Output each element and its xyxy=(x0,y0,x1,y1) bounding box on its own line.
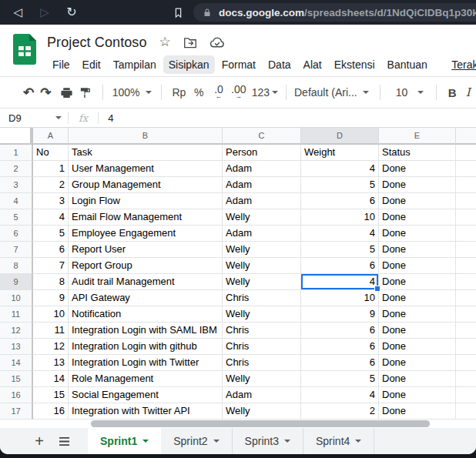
column-header-B[interactable]: B xyxy=(69,128,223,145)
cell[interactable]: Done xyxy=(379,209,456,226)
cell[interactable]: 6 xyxy=(301,193,379,209)
cell[interactable]: Chris xyxy=(223,290,301,306)
cell[interactable] xyxy=(456,258,476,274)
column-header-C[interactable]: C xyxy=(223,128,301,145)
font-size-select[interactable]: 10 xyxy=(388,86,428,99)
undo-button[interactable]: ↶ xyxy=(23,85,40,101)
cell[interactable]: 1 xyxy=(33,161,69,177)
cell[interactable]: Adam xyxy=(223,193,301,209)
cell[interactable]: Weight xyxy=(301,145,379,161)
bookmark-icon[interactable] xyxy=(173,6,184,19)
cell[interactable]: User Management xyxy=(69,161,223,177)
row-header-3[interactable]: 3 xyxy=(0,177,33,193)
cell[interactable] xyxy=(456,387,476,403)
menu-edit[interactable]: Edit xyxy=(77,55,106,74)
currency-format-button[interactable]: Rp xyxy=(169,86,189,99)
cell[interactable]: API Gateway xyxy=(69,290,223,306)
zoom-select[interactable]: 100% xyxy=(112,86,152,99)
cell[interactable]: Login Flow xyxy=(69,193,223,209)
cell[interactable]: Done xyxy=(379,323,456,339)
cell[interactable]: Welly xyxy=(223,209,301,226)
percent-format-button[interactable]: % xyxy=(189,86,209,99)
sheets-logo-icon[interactable] xyxy=(13,34,36,65)
cell[interactable]: Chris xyxy=(223,323,301,339)
cell[interactable]: Chris xyxy=(223,339,301,355)
menu-ekstensi[interactable]: Ekstensi xyxy=(329,55,380,74)
cell[interactable]: 10 xyxy=(301,290,379,306)
cell[interactable] xyxy=(456,242,476,258)
cell[interactable]: 9 xyxy=(33,290,69,306)
all-sheets-button[interactable] xyxy=(54,428,74,454)
cell[interactable]: Welly xyxy=(223,371,301,387)
row-header-17[interactable]: 17 xyxy=(0,403,33,420)
document-title[interactable]: Project Contoso xyxy=(47,35,147,51)
cell[interactable]: 16 xyxy=(33,403,69,420)
cell[interactable]: Group Management xyxy=(69,177,223,193)
cell[interactable]: Report Group xyxy=(69,258,223,274)
horizontal-scrollbar[interactable] xyxy=(91,420,430,427)
tab-sprint1[interactable]: Sprint1 xyxy=(88,428,161,454)
font-select[interactable]: Default (Ari... xyxy=(294,86,372,99)
row-header-9[interactable]: 9 xyxy=(0,274,33,290)
cell[interactable]: Welly xyxy=(223,306,301,323)
cell[interactable]: 2 xyxy=(33,177,69,193)
cell[interactable]: Done xyxy=(379,290,456,306)
cell[interactable]: Welly xyxy=(223,403,301,420)
row-header-15[interactable]: 15 xyxy=(0,371,33,387)
cell[interactable]: Done xyxy=(379,371,456,387)
cell[interactable]: Report User xyxy=(69,242,223,258)
row-header-6[interactable]: 6 xyxy=(0,226,33,242)
row-header-5[interactable]: 5 xyxy=(0,209,33,226)
row-header-13[interactable]: 13 xyxy=(0,339,33,355)
selected-cell[interactable]: 4 xyxy=(301,274,379,290)
cell[interactable]: Welly xyxy=(223,242,301,258)
cell[interactable]: Adam xyxy=(223,226,301,242)
cell[interactable]: Done xyxy=(379,274,456,290)
cell[interactable]: Welly xyxy=(223,274,301,290)
cell[interactable]: 6 xyxy=(33,242,69,258)
cell[interactable]: Chris xyxy=(223,355,301,371)
row-header-11[interactable]: 11 xyxy=(0,306,33,323)
cell[interactable]: Integration Login with SAML IBM xyxy=(69,323,223,339)
row-header-8[interactable]: 8 xyxy=(0,258,33,274)
cell[interactable]: Done xyxy=(379,387,456,403)
back-button[interactable]: ◁ xyxy=(11,0,25,25)
cell[interactable] xyxy=(456,145,476,161)
formula-input[interactable]: 4 xyxy=(99,112,476,124)
cell[interactable] xyxy=(456,226,476,242)
cell[interactable]: 5 xyxy=(33,226,69,242)
cell[interactable]: Done xyxy=(379,339,456,355)
cell[interactable] xyxy=(456,274,476,290)
cell[interactable]: Email Flow Management xyxy=(69,209,223,226)
cell[interactable]: Done xyxy=(379,177,456,193)
cell[interactable] xyxy=(456,161,476,177)
cell[interactable]: 6 xyxy=(301,323,379,339)
menu-file[interactable]: File xyxy=(47,55,75,74)
cell[interactable] xyxy=(456,209,476,226)
address-bar[interactable]: docs.google.com/spreadsheets/d/1NdQiClDB… xyxy=(193,3,476,22)
cell[interactable]: 5 xyxy=(301,371,379,387)
cell[interactable]: 15 xyxy=(33,387,69,403)
cell[interactable] xyxy=(456,290,476,306)
row-header-2[interactable]: 2 xyxy=(0,161,33,177)
more-formats-button[interactable]: 123 xyxy=(252,86,278,99)
paint-format-button[interactable] xyxy=(76,86,95,99)
print-button[interactable] xyxy=(58,86,76,99)
row-header-7[interactable]: 7 xyxy=(0,242,33,258)
cell[interactable]: 14 xyxy=(33,371,69,387)
cell[interactable]: Employee Engagement xyxy=(69,226,223,242)
cell[interactable]: 9 xyxy=(301,306,379,323)
cell[interactable]: Done xyxy=(379,226,456,242)
cell[interactable] xyxy=(456,339,476,355)
menu-data[interactable]: Data xyxy=(263,55,297,74)
cell[interactable]: 3 xyxy=(33,193,69,209)
redo-button[interactable]: ↷ xyxy=(40,85,57,101)
cell[interactable]: Done xyxy=(379,242,456,258)
cell[interactable]: Done xyxy=(379,193,456,209)
move-folder-icon[interactable] xyxy=(183,36,197,48)
cell[interactable] xyxy=(456,371,476,387)
cell[interactable]: 5 xyxy=(301,242,379,258)
cell[interactable]: Adam xyxy=(223,387,301,403)
row-header-1[interactable]: 1 xyxy=(0,145,33,161)
cell[interactable]: Adam xyxy=(223,177,301,193)
